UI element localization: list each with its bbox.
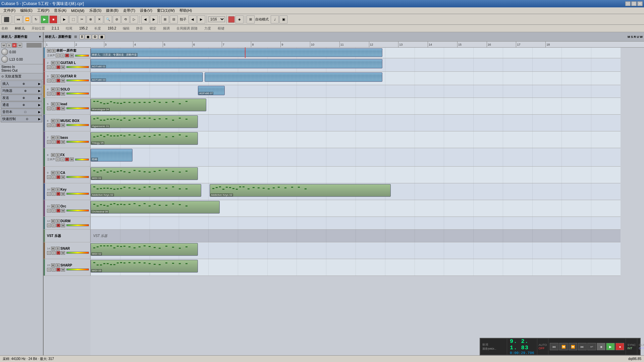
tb-marker[interactable]: ◈	[235, 15, 244, 23]
tb-range[interactable]: ⬚	[69, 15, 77, 23]
ctrl-btn-13-3[interactable]: W	[61, 251, 65, 255]
tb-color[interactable]	[228, 16, 235, 23]
ctrl-btn-9-2[interactable]: R	[56, 192, 60, 196]
tb-beat-prev[interactable]: ◀	[189, 15, 197, 23]
track-lane-13[interactable]: MIDI 02	[91, 242, 621, 259]
menu-window[interactable]: 窗口(1)(W)	[155, 8, 177, 13]
mute-btn-11[interactable]: M	[51, 219, 55, 223]
ctrl-btn-9-0[interactable]: ○	[47, 192, 51, 196]
ctrl-btn-14-1[interactable]: ○	[52, 268, 56, 272]
ctrl-btn-6-1[interactable]: ○	[52, 140, 56, 144]
solo-btn-5[interactable]: S	[56, 119, 60, 123]
ctrl-btn-8-0[interactable]: ○	[47, 175, 51, 179]
tb-zoom[interactable]: 🔍	[104, 15, 112, 23]
clip-13-0[interactable]: MIDI 02	[91, 243, 198, 256]
mute-btn-2[interactable]: M	[51, 74, 55, 78]
clip-9-0[interactable]: Addictive Keys 02	[91, 184, 201, 197]
ctrl-btn-2-0[interactable]: ○	[47, 79, 51, 82]
track-lane-0[interactable]: 林析儿、汪苏泷 - 专属味道 - 原断件套	[91, 48, 621, 58]
tph-btn4[interactable]: ▦	[99, 35, 105, 39]
menu-media[interactable]: 媒体(B)	[104, 8, 120, 13]
ctrl-btn-11-3[interactable]: W	[61, 224, 65, 227]
ctrl-btn-4-3[interactable]: W	[61, 107, 65, 110]
ctrl-btn-7-2[interactable]: R	[65, 158, 69, 161]
tb-erase[interactable]: ✕	[95, 15, 103, 23]
mute-btn-5[interactable]: M	[51, 119, 55, 123]
ctrl-btn-5-1[interactable]: ○	[52, 123, 56, 127]
tb-beat-next[interactable]: ▶	[197, 15, 205, 23]
ctrl-btn-10-1[interactable]: ○	[52, 209, 56, 213]
ctrl-btn-2-2[interactable]: R	[56, 79, 60, 82]
ctrl-btn-10-0[interactable]: ○	[47, 209, 51, 213]
track-lane-10[interactable]: Orchestral 06	[91, 200, 621, 217]
tb-snap2[interactable]: ⊟	[170, 15, 178, 23]
solo-btn-11[interactable]: S	[56, 219, 60, 223]
track-lane-5[interactable]: Hypersonic 01	[91, 115, 621, 131]
solo-btn-1[interactable]: S	[56, 61, 60, 65]
ctrl-btn-11-0[interactable]: ○	[47, 224, 51, 227]
ctrl-btn-14-2[interactable]: R	[56, 268, 60, 272]
maximize-button[interactable]: □	[631, 1, 637, 6]
menu-transport[interactable]: 走带(T)	[121, 8, 137, 13]
menu-devices[interactable]: 设备(V)	[138, 8, 154, 13]
ctrl-btn-1-1[interactable]: ○	[52, 65, 56, 69]
tb-cycle[interactable]: ↩	[587, 343, 596, 350]
tb-goto-end[interactable]: ⏭	[578, 343, 587, 350]
tb-play2[interactable]: ▷	[130, 15, 138, 23]
tb-vst[interactable]: ▣	[279, 15, 287, 23]
ctrl-btn-5-3[interactable]: W	[61, 123, 65, 127]
pan-knob[interactable]	[1, 56, 8, 63]
quantize-select[interactable]: 1/161/81/4	[208, 16, 225, 22]
tb-automation[interactable]: ⊞	[247, 15, 255, 23]
tb-glue[interactable]: ⊗	[87, 15, 95, 23]
tb-mute[interactable]: ⊘	[113, 15, 121, 23]
solo-btn-3[interactable]: S	[56, 87, 60, 91]
ctrl-btn-9-3[interactable]: W	[61, 192, 65, 196]
ctrl-btn-3-3[interactable]: W	[61, 92, 65, 96]
ctrl-btn-0-1[interactable]: ○	[60, 54, 64, 57]
menu-help[interactable]: 帮助(H)	[177, 8, 194, 13]
clip-5-0[interactable]: Hypersonic 01	[91, 115, 198, 128]
volume-knob[interactable]	[1, 49, 8, 55]
ctrl-btn-3-2[interactable]: R	[56, 92, 60, 96]
clip-9-1[interactable]: Addictive Keys 02	[210, 184, 391, 197]
ctrl-btn-10-2[interactable]: R	[56, 209, 60, 213]
tb-cycle[interactable]: ↻	[32, 15, 40, 23]
mute-btn-6[interactable]: M	[51, 136, 55, 139]
track-lane-11[interactable]	[91, 217, 621, 230]
mute-btn-4[interactable]: M	[51, 102, 55, 106]
ctrl-btn-6-3[interactable]: W	[61, 140, 65, 144]
menu-audio[interactable]: 音乐(A)	[52, 8, 68, 13]
track-lane-1[interactable]: AGTx86 01	[91, 58, 621, 72]
menu-edit[interactable]: 编辑(E)	[18, 8, 35, 13]
clip-14-0[interactable]: MIDI 05	[91, 260, 198, 273]
ctrl-btn-14-0[interactable]: ○	[47, 268, 51, 272]
ctrl-btn-0-3[interactable]: W	[70, 54, 74, 57]
tb-rewind[interactable]: ⏪	[559, 343, 568, 350]
tb-forward[interactable]: ⏩	[569, 343, 577, 350]
tb-nudge-r[interactable]: ▶	[150, 15, 158, 23]
menu-file[interactable]: 文件(F)	[1, 8, 17, 13]
mute-btn-13[interactable]: M	[51, 247, 55, 250]
ctrl-btn-11-2[interactable]: R	[56, 224, 60, 227]
solo-btn-14[interactable]: S	[56, 263, 60, 267]
mute-btn[interactable]: M	[1, 43, 6, 48]
ctrl-btn-8-2[interactable]: R	[56, 175, 60, 179]
solo-btn-7[interactable]: S	[56, 153, 60, 157]
clip-2-1[interactable]	[205, 72, 382, 82]
rec-btn[interactable]: R	[12, 43, 17, 48]
tb-play[interactable]: ▶	[41, 15, 49, 23]
ctrl-btn-4-1[interactable]: ○	[52, 107, 56, 110]
ctrl-btn-2-3[interactable]: W	[61, 79, 65, 82]
solo-btn-10[interactable]: S	[56, 204, 60, 208]
tb-rewind[interactable]: ⏮	[14, 15, 22, 23]
ctrl-btn-11-1[interactable]: ○	[52, 224, 56, 227]
ctrl-btn-5-2[interactable]: R	[56, 123, 60, 127]
track-lane-4[interactable]: Monologue 04	[91, 98, 621, 115]
ctrl-btn-10-3[interactable]: W	[61, 209, 65, 213]
ctrl-btn-6-0[interactable]: ○	[47, 140, 51, 144]
minimize-button[interactable]: −	[625, 1, 631, 6]
close-button[interactable]: ×	[637, 1, 643, 6]
ctrl-btn-5-0[interactable]: ○	[47, 123, 51, 127]
menu-project[interactable]: 工程(P)	[35, 8, 52, 13]
